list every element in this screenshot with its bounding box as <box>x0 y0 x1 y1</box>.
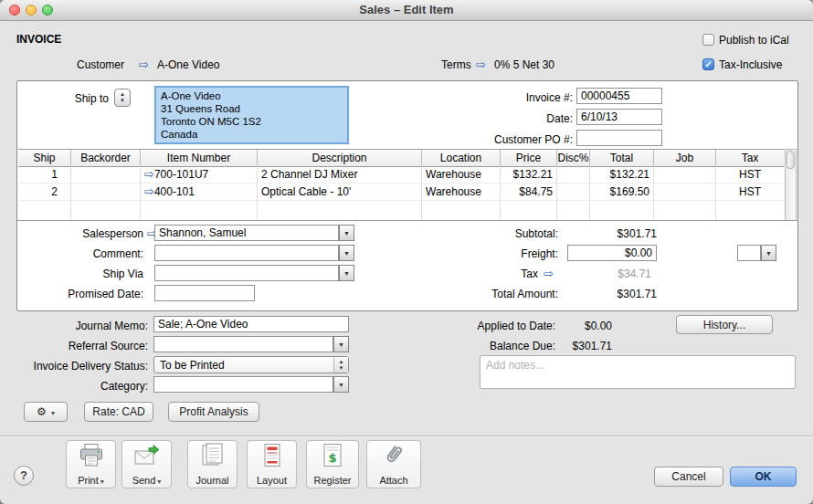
profit-analysis-button[interactable]: Profit Analysis <box>168 402 259 422</box>
cell-description[interactable]: 2 Channel DJ Mixer <box>258 166 421 184</box>
delivery-status-select[interactable]: To be Printed ▲ ▼ <box>153 356 349 373</box>
publish-ical-checkbox[interactable] <box>702 34 714 46</box>
ship-via-dropdown-button[interactable]: ▼ <box>339 265 354 281</box>
layout-button[interactable]: Layout <box>247 440 297 488</box>
gear-icon: ⚙ <box>37 405 47 418</box>
referral-source-label: Referral Source: <box>27 340 148 352</box>
ship-via-field[interactable] <box>154 265 339 281</box>
column-header-description[interactable]: Description <box>258 150 422 166</box>
category-label: Category: <box>27 380 148 393</box>
cell-total[interactable]: $132.21 <box>590 166 653 184</box>
comment-field[interactable] <box>154 245 339 261</box>
tax-inclusive-checkbox[interactable]: ✓ <box>702 58 714 70</box>
cell-total[interactable]: $169.50 <box>590 184 653 201</box>
delivery-status-label: Invoice Delivery Status: <box>9 360 148 373</box>
journal-button[interactable]: Journal <box>187 440 238 488</box>
settings-gear-button[interactable]: ⚙ ▾ <box>24 402 68 422</box>
column-header-total[interactable]: Total <box>590 150 654 166</box>
column-header-backorder[interactable]: Backorder <box>71 150 141 166</box>
cell-job[interactable] <box>654 184 715 201</box>
print-button[interactable]: Print▾ <box>66 440 116 488</box>
freight-tax-dropdown-button[interactable]: ▼ <box>761 245 776 261</box>
total-amount-value: $301.71 <box>575 288 657 300</box>
cell-price[interactable]: $84.75 <box>501 184 556 201</box>
cell-description[interactable]: Optical Cable - 10' <box>258 184 421 201</box>
help-button[interactable]: ? <box>14 466 34 486</box>
cell-ship[interactable]: 1 <box>18 166 70 184</box>
salesperson-dropdown-button[interactable]: ▼ <box>339 225 354 241</box>
column-header-disc[interactable]: Disc% <box>557 150 590 166</box>
register-button[interactable]: $ Register <box>306 440 359 488</box>
salesperson-field[interactable] <box>154 225 339 241</box>
promised-date-field[interactable] <box>154 285 255 301</box>
date-field[interactable] <box>576 109 662 125</box>
send-label: Send▾ <box>132 475 162 486</box>
cell-tax[interactable]: HST <box>716 166 784 184</box>
notes-field[interactable] <box>480 355 796 389</box>
category-field[interactable] <box>153 376 333 393</box>
history-button[interactable]: History... <box>676 315 773 334</box>
cell-job[interactable] <box>654 166 715 184</box>
comment-label: Comment: <box>36 247 143 260</box>
attach-button[interactable]: Attach <box>366 440 421 488</box>
table-bottom-divider <box>17 220 797 221</box>
toolbar-divider <box>0 436 813 436</box>
customer-zoom-arrow-icon[interactable]: ⇨ <box>139 58 149 71</box>
balance-due-value: $301.71 <box>539 340 612 352</box>
cell-ship[interactable]: 2 <box>18 184 70 201</box>
layout-icon <box>248 443 296 468</box>
customer-label: Customer <box>77 58 124 71</box>
cell-tax[interactable]: HST <box>716 184 784 201</box>
referral-dropdown-button[interactable]: ▼ <box>333 336 349 352</box>
cell-location[interactable]: Warehouse <box>422 184 500 201</box>
item-zoom-arrow-icon[interactable]: ⇨ <box>144 167 154 181</box>
close-window-button[interactable] <box>9 5 20 16</box>
column-header-ship[interactable]: Ship <box>18 150 71 166</box>
ship-to-stepper[interactable]: ▲ ▼ <box>114 89 131 107</box>
salesperson-label: Salesperson <box>36 227 143 240</box>
column-header-tax[interactable]: Tax <box>716 150 784 166</box>
column-header-price[interactable]: Price <box>501 150 557 166</box>
line-items-scrollbar[interactable] <box>785 149 797 221</box>
column-header-location[interactable]: Location <box>422 150 501 166</box>
column-header-item-number[interactable]: Item Number <box>141 150 258 166</box>
cell-backorder[interactable] <box>71 166 140 184</box>
terms-label: Terms <box>441 58 471 71</box>
customer-po-field[interactable] <box>576 130 662 146</box>
cell-location[interactable]: Warehouse <box>422 166 500 184</box>
printer-icon <box>67 443 115 468</box>
item-zoom-arrow-icon[interactable]: ⇨ <box>144 184 154 198</box>
zoom-window-button[interactable] <box>42 5 53 16</box>
form-title: INVOICE <box>16 33 61 46</box>
referral-source-field[interactable] <box>153 336 333 352</box>
minimize-window-button[interactable] <box>26 5 37 16</box>
dropdown-arrow-icon: ▼ <box>765 250 772 257</box>
journal-label: Journal <box>195 475 228 486</box>
cell-item-number[interactable]: ⇨700-101U7 <box>141 166 257 184</box>
cancel-button[interactable]: Cancel <box>654 467 723 487</box>
freight-field[interactable] <box>567 245 657 261</box>
layout-label: Layout <box>257 475 287 486</box>
customer-value[interactable]: A-One Video <box>157 58 220 71</box>
terms-zoom-arrow-icon[interactable]: ⇨ <box>476 58 486 71</box>
category-dropdown-button[interactable]: ▼ <box>333 376 349 393</box>
tax-zoom-arrow-icon[interactable]: ⇨ <box>544 267 554 280</box>
scrollbar-thumb[interactable] <box>787 151 795 169</box>
svg-text:$: $ <box>328 451 336 465</box>
ship-to-address[interactable]: A-One Video 31 Queens Road Toronto ON M5… <box>154 86 349 144</box>
cell-disc[interactable] <box>557 166 589 184</box>
cell-item-number[interactable]: ⇨400-101 <box>141 184 257 201</box>
ok-button[interactable]: OK <box>730 467 797 487</box>
rate-cad-button[interactable]: Rate: CAD <box>84 402 153 422</box>
comment-dropdown-button[interactable]: ▼ <box>339 245 354 261</box>
column-total: $132.21 $169.50 <box>590 166 654 220</box>
cell-disc[interactable] <box>557 184 589 201</box>
cell-backorder[interactable] <box>71 184 140 201</box>
checkmark-icon: ✓ <box>703 59 713 69</box>
invoice-number-field[interactable] <box>576 88 662 104</box>
journal-memo-field[interactable] <box>153 316 349 332</box>
send-button[interactable]: Send▾ <box>121 440 172 488</box>
cell-price[interactable]: $132.21 <box>501 166 556 184</box>
column-header-job[interactable]: Job <box>654 150 716 166</box>
freight-tax-code-field[interactable] <box>737 245 761 261</box>
